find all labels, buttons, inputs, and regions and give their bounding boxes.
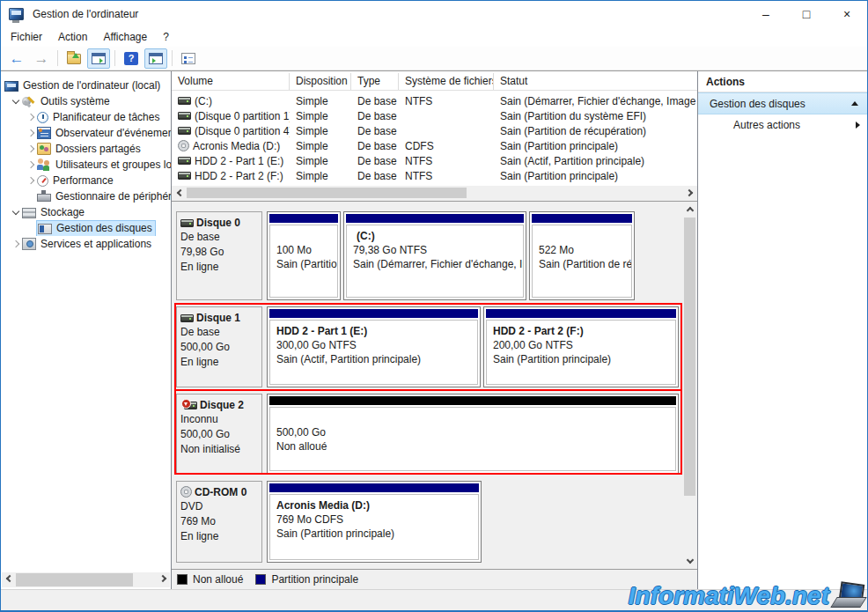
sidebar-item-planificateur-taches[interactable]: Planificateur de tâches (1, 109, 171, 125)
partition-c[interactable]: (C:) 79,38 Go NTFS Sain (Démarrer, Fichi… (343, 211, 526, 300)
chevron-right-icon[interactable] (25, 125, 37, 141)
show-action-pane-button[interactable] (144, 48, 167, 69)
sidebar-item-gestion-ordinateur[interactable]: Gestion de l'ordinateur (local) (1, 77, 171, 93)
sidebar-item-gestion-des-disques[interactable]: Gestion des disques (1, 220, 171, 236)
primary-partition-color-swatch (255, 574, 266, 585)
computer-management-window: Gestion de l'ordinateur – □ × Fichier Ac… (0, 0, 868, 612)
up-level-button[interactable] (63, 48, 85, 69)
partition-hdd2-part1[interactable]: HDD 2 - Part 1 (E:) 300,00 Go NTFS Sain … (267, 306, 481, 387)
forward-button[interactable]: → (30, 48, 53, 69)
sidebar-item-performance[interactable]: Performance (1, 173, 171, 188)
computer-management-app-icon (9, 8, 24, 20)
scroll-right-button[interactable] (683, 187, 696, 199)
watermark: InformatiWeb.net (629, 583, 864, 609)
maximize-button[interactable]: □ (786, 1, 827, 27)
help-button[interactable] (120, 48, 143, 69)
partition-strip: HDD 2 - Part 1 (E:) 300,00 Go NTFS Sain … (265, 306, 679, 387)
sidebar-item-dossiers-partages[interactable]: Dossiers partagés (1, 141, 171, 157)
column-header-statut[interactable]: Statut (494, 73, 697, 90)
actions-header: Actions (698, 71, 867, 92)
scroll-down-button[interactable] (683, 555, 696, 568)
actions-group-gestion-des-disques[interactable]: Gestion des disques (698, 92, 867, 114)
show-console-tree-icon (92, 53, 106, 64)
partition-efi[interactable]: 100 Mo Sain (Partition du système EFI) (267, 211, 341, 300)
sidebar-item-stockage[interactable]: Stockage (1, 204, 171, 220)
chevron-placeholder (25, 188, 37, 204)
partition-recovery[interactable]: 522 Mo Sain (Partition de récupération) (529, 211, 635, 300)
column-header-volume[interactable]: Volume (172, 73, 290, 90)
menu-affichage[interactable]: Affichage (95, 27, 155, 47)
scroll-left-button[interactable] (2, 572, 15, 585)
unallocated-space[interactable]: 500,00 Go Non alloué (267, 394, 679, 474)
sidebar-item-services-applications[interactable]: Services et applications (1, 236, 171, 252)
actions-item-autres-actions[interactable]: Autres actions (698, 114, 867, 136)
disk-label-disque2[interactable]: Disque 2 Inconnu 500,00 Go Non initialis… (176, 394, 262, 474)
customize-button[interactable] (177, 48, 200, 69)
drive-volume-icon (178, 127, 191, 135)
performance-icon (37, 175, 48, 187)
title-bar: Gestion de l'ordinateur – □ × (1, 1, 867, 27)
drive-volume-icon (178, 157, 191, 165)
table-row[interactable]: (Disque 0 partition 4) Simple De base Sa… (172, 123, 697, 138)
disk-label-cdrom0[interactable]: CD-ROM 0 DVD 769 Mo En ligne (176, 481, 262, 563)
partition-stripe (269, 214, 338, 223)
sidebar-item-observateur-evenements[interactable]: Observateur d'événements (1, 125, 171, 141)
partition-hdd2-part2[interactable]: HDD 2 - Part 2 (F:) 200,00 Go NTFS Sain … (483, 306, 679, 387)
sidebar-item-outils-systeme[interactable]: Outils système (1, 93, 171, 109)
hard-disk-error-icon (184, 402, 197, 409)
computer-icon (4, 81, 18, 92)
column-header-disposition[interactable]: Disposition (290, 73, 351, 90)
menu-action[interactable]: Action (50, 27, 95, 47)
scrollbar-thumb[interactable] (16, 573, 133, 586)
chevron-right-icon[interactable] (25, 157, 37, 173)
hard-disk-icon (180, 219, 194, 227)
minimize-button[interactable]: – (746, 1, 786, 27)
chevron-right-icon[interactable] (25, 173, 37, 188)
scroll-up-button[interactable] (683, 203, 696, 216)
table-row[interactable]: (C:) Simple De base NTFS Sain (Démarrer,… (172, 93, 697, 108)
toolbar-separator (57, 50, 58, 66)
close-button[interactable]: × (827, 1, 867, 27)
chevron-down-icon[interactable] (10, 93, 22, 109)
event-viewer-icon (37, 127, 51, 139)
show-console-tree-button[interactable] (87, 48, 110, 69)
sidebar-item-gestionnaire-peripheriques[interactable]: Gestionnaire de périphériques (1, 188, 171, 204)
laptop-icon (832, 583, 864, 609)
table-row[interactable]: HDD 2 - Part 2 (F:) Simple De base NTFS … (172, 168, 697, 183)
table-row[interactable]: Acronis Media (D:) Simple De base CDFS S… (172, 138, 697, 153)
column-header-type[interactable]: Type (351, 73, 399, 90)
chevron-right-icon[interactable] (25, 141, 37, 157)
disk-row-disque0: Disque 0 De base 79,98 Go En ligne 100 M… (176, 211, 683, 300)
chevron-right-icon[interactable] (25, 109, 37, 125)
back-button[interactable]: ← (5, 48, 28, 69)
disk-row-cdrom0: CD-ROM 0 DVD 769 Mo En ligne Acronis Med… (176, 481, 683, 563)
sidebar-item-utilisateurs-groupes[interactable]: Utilisateurs et groupes locaux (1, 157, 171, 173)
scrollbar-thumb[interactable] (684, 218, 695, 496)
console-tree: Gestion de l'ordinateur (local) Outils s… (1, 71, 171, 252)
volume-list-horizontal-scrollbar[interactable] (173, 187, 696, 199)
table-row[interactable]: HDD 2 - Part 1 (E:) Simple De base NTFS … (172, 153, 697, 168)
chevron-right-icon[interactable] (10, 236, 22, 252)
scrollbar-thumb[interactable] (187, 188, 467, 198)
expand-triangle-icon (856, 122, 860, 129)
cd-rom-icon (180, 486, 192, 498)
disk-label-disque0[interactable]: Disque 0 De base 79,98 Go En ligne (176, 211, 262, 300)
menu-help[interactable]: ? (155, 27, 177, 47)
collapse-triangle-icon (851, 101, 858, 106)
tree-horizontal-scrollbar[interactable] (2, 572, 170, 587)
partition-stripe (269, 309, 478, 318)
column-header-systeme-fichiers[interactable]: Système de fichiers (399, 73, 494, 90)
disk-label-disque1[interactable]: Disque 1 De base 500,00 Go En ligne (176, 306, 262, 387)
scroll-right-button[interactable] (157, 572, 170, 585)
partition-acronis-media[interactable]: Acronis Media (D:) 769 Mo CDFS Sain (Par… (267, 481, 482, 563)
help-icon (124, 52, 138, 65)
console-tree-pane: Gestion de l'ordinateur (local) Outils s… (1, 71, 172, 589)
menu-fichier[interactable]: Fichier (3, 27, 50, 47)
table-row[interactable]: (Disque 0 partition 1) Simple De base Sa… (172, 108, 697, 123)
show-action-pane-icon (149, 53, 163, 64)
disk-view-vertical-scrollbar[interactable] (683, 203, 696, 568)
scroll-left-button[interactable] (173, 187, 186, 199)
toolbar: ← → (1, 47, 867, 70)
chevron-down-icon[interactable] (10, 204, 22, 220)
shared-folders-icon (37, 143, 51, 155)
